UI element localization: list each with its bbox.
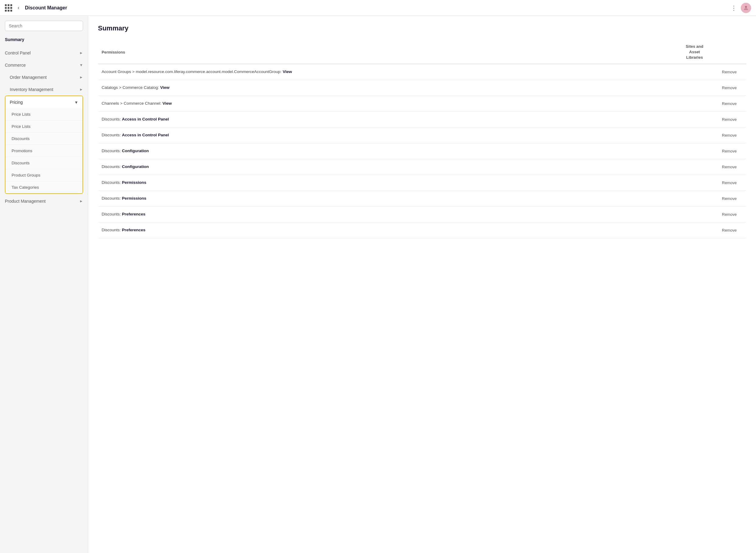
chevron-right-icon: ► — [79, 199, 83, 203]
remove-button[interactable]: Remove — [720, 100, 739, 107]
table-row: Discounts: PreferencesRemove — [98, 206, 746, 222]
sites-cell — [673, 190, 716, 206]
sidebar-item-product-management[interactable]: Product Management ► — [5, 195, 88, 207]
table-row: Discounts: Access in Control PanelRemove — [98, 111, 746, 127]
topbar: ‹ Discount Manager ⋮ — [0, 0, 756, 16]
search-box[interactable] — [5, 21, 83, 31]
chevron-right-icon: ► — [79, 75, 83, 79]
sidebar-item-discounts-1[interactable]: Discounts — [5, 132, 82, 145]
permission-cell: Discounts: Configuration — [98, 143, 673, 159]
page-title: Summary — [98, 24, 746, 32]
permission-action: View — [160, 85, 170, 90]
sites-cell — [673, 206, 716, 222]
pricing-header[interactable]: Pricing ▼ — [5, 96, 82, 108]
remove-button[interactable]: Remove — [720, 69, 739, 75]
permission-action: Permissions — [122, 180, 146, 185]
remove-cell: Remove — [716, 190, 746, 206]
back-button[interactable]: ‹ — [16, 3, 21, 12]
remove-button[interactable]: Remove — [720, 227, 739, 234]
sidebar-item-label: Commerce — [5, 63, 25, 68]
permission-label: Discounts: Preferences — [102, 228, 146, 232]
table-row: Discounts: ConfigurationRemove — [98, 159, 746, 175]
remove-cell: Remove — [716, 95, 746, 111]
sidebar-item-label: Product Management — [5, 199, 45, 204]
grid-icon[interactable] — [5, 4, 12, 12]
search-input[interactable] — [9, 23, 79, 28]
permission-label: Discounts: Access in Control Panel — [102, 117, 169, 122]
permission-cell: Account Groups > model.resource.com.life… — [98, 64, 673, 80]
permission-action: Configuration — [122, 149, 149, 153]
sidebar-item-label: Discounts — [12, 161, 29, 165]
sites-cell — [673, 222, 716, 238]
permission-label: Discounts: Permissions — [102, 180, 146, 185]
remove-cell: Remove — [716, 222, 746, 238]
sidebar-item-product-groups[interactable]: Product Groups — [5, 169, 82, 181]
sidebar-item-price-lists-1[interactable]: Price Lists — [5, 108, 82, 120]
remove-button[interactable]: Remove — [720, 163, 739, 170]
remove-button[interactable]: Remove — [720, 132, 739, 139]
sidebar-item-label: Price Lists — [12, 124, 30, 129]
permission-label: Catalogs > Commerce Catalog: View — [102, 85, 170, 90]
remove-cell: Remove — [716, 206, 746, 222]
remove-cell: Remove — [716, 143, 746, 159]
remove-button[interactable]: Remove — [720, 84, 739, 91]
sites-cell — [673, 175, 716, 190]
permission-action: Access in Control Panel — [122, 133, 169, 137]
sidebar-item-control-panel[interactable]: Control Panel ► — [5, 47, 88, 59]
table-row: Discounts: PermissionsRemove — [98, 175, 746, 190]
more-options-button[interactable]: ⋮ — [731, 5, 737, 11]
remove-button[interactable]: Remove — [720, 211, 739, 218]
permission-action: Configuration — [122, 164, 149, 169]
permission-label: Discounts: Configuration — [102, 164, 149, 169]
sidebar-item-discounts-2[interactable]: Discounts — [5, 157, 82, 169]
sidebar-item-price-lists-2[interactable]: Price Lists — [5, 120, 82, 132]
permission-cell: Discounts: Permissions — [98, 190, 673, 206]
table-row: Account Groups > model.resource.com.life… — [98, 64, 746, 80]
main-layout: Summary Control Panel ► Commerce ▼ Order… — [0, 16, 756, 553]
remove-button[interactable]: Remove — [720, 179, 739, 186]
permission-action: Access in Control Panel — [122, 117, 169, 122]
app-title: Discount Manager — [25, 5, 727, 11]
permission-action: Preferences — [122, 212, 146, 216]
permission-label: Account Groups > model.resource.com.life… — [102, 69, 292, 74]
sidebar-item-commerce[interactable]: Commerce ▼ — [5, 59, 88, 71]
permission-cell: Channels > Commerce Channel: View — [98, 95, 673, 111]
remove-button[interactable]: Remove — [720, 116, 739, 123]
permission-label: Discounts: Access in Control Panel — [102, 133, 169, 137]
permission-action: View — [283, 69, 292, 74]
pricing-label: Pricing — [10, 100, 23, 105]
permission-label: Discounts: Permissions — [102, 196, 146, 201]
sidebar-item-promotions[interactable]: Promotions — [5, 145, 82, 157]
table-row: Channels > Commerce Channel: ViewRemove — [98, 95, 746, 111]
remove-button[interactable]: Remove — [720, 195, 739, 202]
sites-cell — [673, 159, 716, 175]
pricing-section: Pricing ▼ Price Lists Price Lists Discou… — [5, 95, 83, 194]
sidebar-item-label: Price Lists — [12, 112, 30, 116]
svg-point-0 — [745, 6, 747, 8]
chevron-right-icon: ► — [79, 51, 83, 55]
remove-cell: Remove — [716, 175, 746, 190]
sites-cell — [673, 95, 716, 111]
table-row: Discounts: ConfigurationRemove — [98, 143, 746, 159]
sidebar-item-label: Order Management — [10, 75, 46, 80]
sidebar-item-order-management[interactable]: Order Management ► — [5, 71, 88, 83]
permission-action: Preferences — [122, 228, 146, 232]
sidebar-item-inventory-management[interactable]: Inventory Management ► — [5, 83, 88, 95]
remove-cell: Remove — [716, 127, 746, 143]
remove-cell: Remove — [716, 80, 746, 95]
main-content: Summary Permissions Sites andAssetLibrar… — [88, 16, 756, 553]
sidebar-item-label: Promotions — [12, 149, 32, 153]
user-avatar[interactable] — [741, 3, 751, 13]
sidebar-item-label: Discounts — [12, 136, 29, 141]
sites-cell — [673, 80, 716, 95]
sidebar-item-tax-categories[interactable]: Tax Categories — [5, 181, 82, 193]
permission-cell: Discounts: Permissions — [98, 175, 673, 190]
col-remove-header — [716, 41, 746, 64]
permission-cell: Catalogs > Commerce Catalog: View — [98, 80, 673, 95]
permission-cell: Discounts: Access in Control Panel — [98, 127, 673, 143]
sites-cell — [673, 127, 716, 143]
col-permissions-header: Permissions — [98, 41, 673, 64]
permission-cell: Discounts: Access in Control Panel — [98, 111, 673, 127]
remove-button[interactable]: Remove — [720, 148, 739, 155]
sidebar-item-label: Inventory Management — [10, 87, 53, 92]
